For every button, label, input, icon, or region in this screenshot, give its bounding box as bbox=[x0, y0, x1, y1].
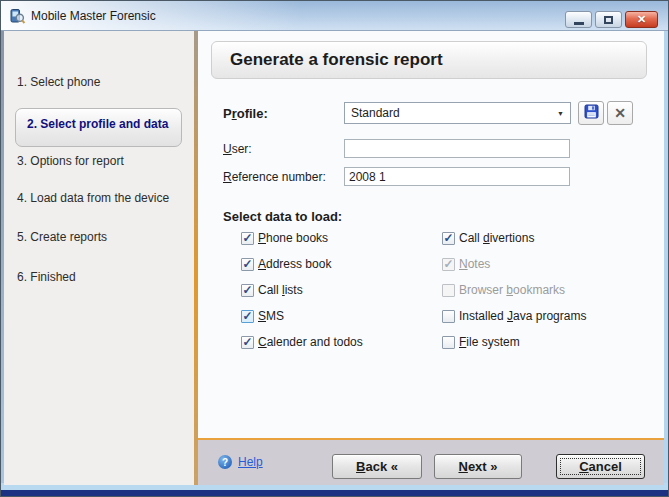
checkbox-call-divertions[interactable]: ✓Call divertions bbox=[442, 231, 586, 245]
checkbox-box: ✓ bbox=[241, 284, 254, 297]
reference-number-input[interactable] bbox=[344, 167, 570, 186]
check-icon: ✓ bbox=[443, 233, 453, 243]
chevron-down-icon: ▼ bbox=[557, 110, 564, 117]
help-link[interactable]: ? Help bbox=[218, 455, 263, 469]
titlebar: Mobile Master Forensic ✕ bbox=[1, 1, 668, 31]
check-icon: ✓ bbox=[242, 337, 252, 347]
maximize-icon bbox=[604, 16, 613, 24]
sidebar-step-select-phone[interactable]: 1. Select phone bbox=[17, 75, 100, 89]
checkbox-calender-and-todos[interactable]: ✓Calender and todos bbox=[241, 335, 363, 349]
sidebar-step-finished[interactable]: 6. Finished bbox=[17, 270, 76, 284]
user-label: User: bbox=[223, 142, 252, 156]
floppy-disk-icon bbox=[584, 104, 599, 123]
phone-magnifier-icon bbox=[9, 8, 25, 24]
reference-number-label: Reference number: bbox=[223, 170, 326, 184]
sidebar-step-load-data[interactable]: 4. Load data from the device bbox=[17, 191, 169, 205]
delete-profile-button[interactable]: ✕ bbox=[607, 101, 633, 125]
checkbox-box: ✓ bbox=[241, 336, 254, 349]
check-icon: ✓ bbox=[443, 259, 453, 269]
checkbox-installed-java-programs[interactable]: ✓Installed Java programs bbox=[442, 309, 586, 323]
question-mark-circle-icon: ? bbox=[218, 455, 232, 469]
main-panel: Generate a forensic report Profile: Stan… bbox=[198, 31, 664, 438]
data-options-column-left: ✓Phone books ✓Address book ✓Call lists ✓… bbox=[241, 231, 363, 361]
maximize-button[interactable] bbox=[595, 11, 622, 28]
profile-selected-value: Standard bbox=[351, 106, 400, 120]
cancel-button[interactable]: Cancel bbox=[556, 454, 645, 479]
checkbox-call-lists[interactable]: ✓Call lists bbox=[241, 283, 363, 297]
minimize-icon bbox=[574, 22, 584, 25]
page-title: Generate a forensic report bbox=[230, 50, 443, 70]
profile-select[interactable]: Standard ▼ bbox=[344, 102, 571, 124]
checkbox-box: ✓ bbox=[442, 284, 455, 297]
window-title: Mobile Master Forensic bbox=[31, 9, 156, 23]
data-options-column-right: ✓Call divertions ✓Notes ✓Browser bookmar… bbox=[442, 231, 586, 361]
wizard-sidebar: 1. Select phone 2. Select profile and da… bbox=[4, 31, 194, 485]
checkbox-box: ✓ bbox=[241, 310, 254, 323]
window-frame-bottom-edge bbox=[1, 490, 668, 496]
sidebar-step-create-reports[interactable]: 5. Create reports bbox=[17, 230, 107, 244]
checkbox-notes: ✓Notes bbox=[442, 257, 586, 271]
checkbox-phone-books[interactable]: ✓Phone books bbox=[241, 231, 363, 245]
check-icon: ✓ bbox=[242, 233, 252, 243]
user-input[interactable] bbox=[344, 139, 570, 158]
checkbox-file-system[interactable]: ✓File system bbox=[442, 335, 586, 349]
profile-label: Profile: bbox=[223, 106, 268, 121]
checkbox-box: ✓ bbox=[442, 336, 455, 349]
minimize-button[interactable] bbox=[565, 11, 592, 28]
close-icon: ✕ bbox=[637, 13, 646, 26]
sidebar-step-options-for-report[interactable]: 3. Options for report bbox=[17, 154, 124, 168]
page-header: Generate a forensic report bbox=[211, 41, 647, 79]
checkbox-box: ✓ bbox=[442, 232, 455, 245]
checkbox-address-book[interactable]: ✓Address book bbox=[241, 257, 363, 271]
back-button[interactable]: Back « bbox=[332, 454, 422, 479]
sidebar-step-select-profile-data[interactable]: 2. Select profile and data bbox=[27, 117, 168, 131]
check-icon: ✓ bbox=[242, 311, 252, 321]
checkbox-box: ✓ bbox=[442, 310, 455, 323]
checkbox-box: ✓ bbox=[442, 258, 455, 271]
close-button[interactable]: ✕ bbox=[625, 11, 658, 28]
checkbox-box: ✓ bbox=[241, 258, 254, 271]
window-controls: ✕ bbox=[565, 11, 658, 28]
check-icon: ✓ bbox=[242, 259, 252, 269]
checkbox-browser-bookmarks: ✓Browser bookmarks bbox=[442, 283, 586, 297]
x-mark-icon: ✕ bbox=[614, 105, 626, 121]
select-data-heading: Select data to load: bbox=[223, 209, 342, 224]
save-profile-button[interactable] bbox=[578, 101, 604, 125]
checkbox-sms[interactable]: ✓SMS bbox=[241, 309, 363, 323]
checkbox-box: ✓ bbox=[241, 232, 254, 245]
next-button[interactable]: Next » bbox=[434, 454, 522, 479]
app-window: Mobile Master Forensic ✕ 1. Select phone… bbox=[0, 0, 669, 497]
footer-bar: ? Help Back « Next » Cancel bbox=[198, 438, 664, 485]
check-icon: ✓ bbox=[242, 285, 252, 295]
help-link-label: Help bbox=[238, 455, 263, 469]
